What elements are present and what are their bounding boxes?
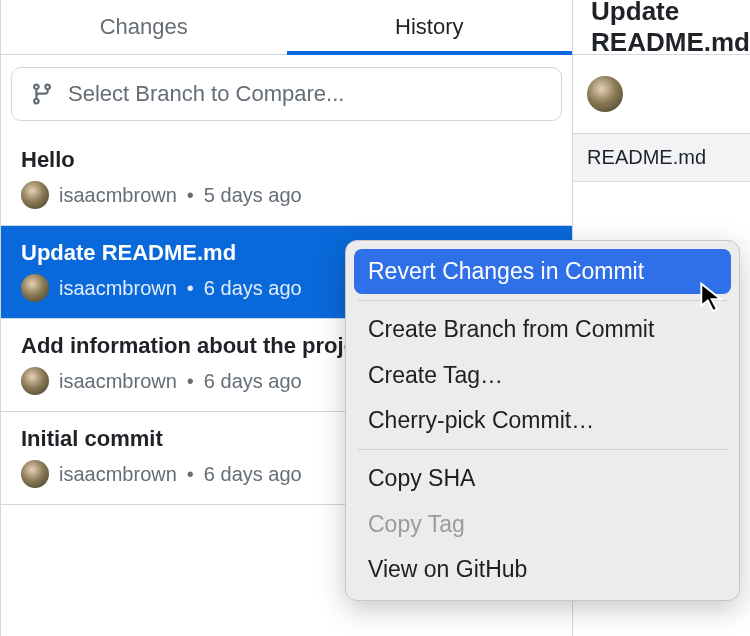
tab-changes[interactable]: Changes bbox=[1, 0, 287, 54]
menu-create-branch[interactable]: Create Branch from Commit bbox=[354, 307, 731, 352]
menu-separator bbox=[358, 449, 727, 450]
menu-cherry-pick[interactable]: Cherry-pick Commit… bbox=[354, 398, 731, 443]
menu-copy-sha[interactable]: Copy SHA bbox=[354, 456, 731, 501]
commit-context-menu: Revert Changes in Commit Create Branch f… bbox=[345, 240, 740, 601]
menu-revert-commit[interactable]: Revert Changes in Commit bbox=[354, 249, 731, 294]
changed-file-row[interactable]: README.md bbox=[573, 134, 750, 182]
menu-separator bbox=[358, 300, 727, 301]
changed-file-name: README.md bbox=[587, 146, 706, 169]
avatar bbox=[21, 274, 49, 302]
tab-history[interactable]: History bbox=[287, 0, 573, 54]
commit-author: isaacmbrown bbox=[59, 463, 177, 486]
commit-meta: isaacmbrown • 5 days ago bbox=[21, 181, 552, 209]
menu-view-github[interactable]: View on GitHub bbox=[354, 547, 731, 592]
detail-title: Update README.md bbox=[573, 0, 750, 55]
tabs: Changes History bbox=[1, 0, 572, 55]
git-branch-icon bbox=[30, 82, 54, 106]
menu-create-tag[interactable]: Create Tag… bbox=[354, 353, 731, 398]
commit-time: 6 days ago bbox=[204, 370, 302, 393]
commit-time: 5 days ago bbox=[204, 184, 302, 207]
separator-dot: • bbox=[187, 463, 194, 486]
commit-time: 6 days ago bbox=[204, 277, 302, 300]
tab-history-label: History bbox=[395, 14, 463, 40]
avatar bbox=[21, 181, 49, 209]
commit-title: Hello bbox=[21, 147, 552, 173]
branch-compare-placeholder: Select Branch to Compare... bbox=[68, 81, 344, 107]
menu-copy-tag: Copy Tag bbox=[354, 502, 731, 547]
commit-author: isaacmbrown bbox=[59, 184, 177, 207]
avatar bbox=[587, 76, 623, 112]
tab-changes-label: Changes bbox=[100, 14, 188, 40]
commit-author: isaacmbrown bbox=[59, 277, 177, 300]
detail-meta bbox=[573, 55, 750, 134]
branch-compare-selector[interactable]: Select Branch to Compare... bbox=[11, 67, 562, 121]
separator-dot: • bbox=[187, 184, 194, 207]
avatar bbox=[21, 460, 49, 488]
commit-time: 6 days ago bbox=[204, 463, 302, 486]
commit-item[interactable]: Hello isaacmbrown • 5 days ago bbox=[1, 133, 572, 226]
separator-dot: • bbox=[187, 370, 194, 393]
separator-dot: • bbox=[187, 277, 194, 300]
avatar bbox=[21, 367, 49, 395]
commit-author: isaacmbrown bbox=[59, 370, 177, 393]
